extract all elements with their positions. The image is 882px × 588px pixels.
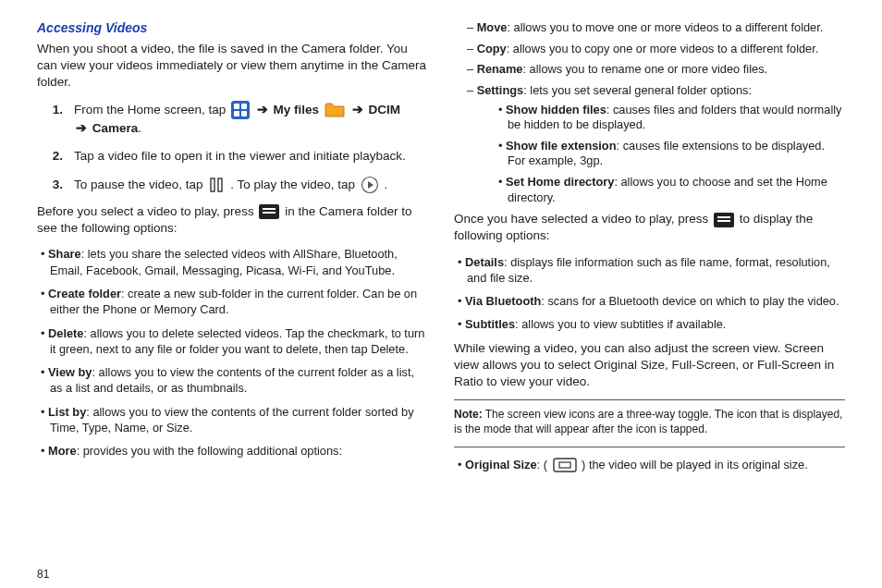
subopt-settings: Settings: lets you set several general f…: [463, 83, 845, 205]
options-list-right: Details: displays file information such …: [454, 254, 845, 333]
arrow-icon: ➔: [352, 103, 363, 116]
step-3: 3. To pause the video, tap . To play the…: [37, 176, 428, 194]
text: Before you select a video to play, press: [37, 204, 257, 218]
divider: [454, 447, 845, 447]
play-icon: [361, 176, 379, 194]
step-text: To pause the video, tap: [74, 178, 206, 191]
options-list-left: Share: lets you share the selected video…: [37, 246, 428, 459]
step-number: 2.: [37, 147, 74, 165]
more-suboptions: Move: allows you to move one or more vid…: [454, 20, 845, 205]
option-view-by: View by: allows you to view the contents…: [37, 364, 428, 397]
svg-rect-13: [717, 220, 730, 222]
option-via-bluetooth: Via Bluetooth: scans for a Bluetooth dev…: [454, 293, 845, 309]
arrow-icon: ➔: [257, 103, 268, 116]
note-text: The screen view icons are a three-way to…: [454, 408, 842, 435]
page-number: 81: [37, 568, 49, 581]
dcim-label: DCIM: [368, 103, 400, 116]
divider: [454, 399, 845, 400]
setopt-home: Set Home directory: allows you to choose…: [498, 175, 845, 205]
option-list-by: List by: allows you to view the contents…: [37, 404, 428, 436]
option-delete: Delete: allows you to delete selected vi…: [37, 325, 428, 358]
settings-suboptions: Show hidden files: causes files and fold…: [476, 103, 845, 206]
step-text: . To play the video, tap: [230, 178, 359, 191]
screen-size-list: Original Size: ( ) the video will be pla…: [454, 457, 845, 473]
option-share: Share: lets you share the selected video…: [37, 246, 428, 278]
svg-rect-1: [234, 104, 239, 109]
svg-rect-5: [211, 178, 214, 191]
left-column: Accessing Videos When you shoot a video,…: [37, 20, 428, 480]
camera-label: Camera: [92, 121, 139, 135]
option-more: More: provides you with the following ad…: [37, 443, 428, 459]
svg-rect-3: [234, 111, 239, 116]
intro-paragraph: When you shoot a video, the file is save…: [37, 41, 428, 92]
screen-view-paragraph: While viewing a video, you can also adju…: [454, 340, 845, 391]
svg-rect-12: [717, 216, 730, 218]
setopt-hidden: Show hidden files: causes files and fold…: [498, 103, 845, 133]
arrow-icon: ➔: [76, 121, 87, 135]
svg-rect-10: [263, 212, 276, 214]
step-text: From the Home screen, tap: [74, 103, 229, 116]
svg-rect-2: [241, 104, 247, 109]
folder-icon: [325, 102, 345, 118]
original-size-icon: [553, 458, 577, 472]
step-2: 2. Tap a video file to open it in the vi…: [37, 147, 428, 165]
option-subtitles: Subtitles: allows you to view subtitles …: [454, 316, 845, 332]
option-details: Details: displays file information such …: [454, 254, 845, 287]
pause-icon: [208, 177, 225, 193]
option-original-size: Original Size: ( ) the video will be pla…: [454, 457, 845, 473]
menu-hardkey-icon: [259, 204, 279, 219]
option-create-folder: Create folder: create a new sub-folder i…: [37, 286, 428, 318]
step-number: 1.: [37, 101, 74, 139]
after-select-paragraph: Once you have selected a video to play, …: [454, 211, 845, 244]
text: Once you have selected a video to play, …: [454, 212, 712, 226]
document-page: Accessing Videos When you shoot a video,…: [0, 0, 882, 489]
subopt-rename: Rename: allows you to rename one or more…: [463, 62, 845, 78]
svg-rect-9: [263, 208, 276, 210]
svg-rect-0: [231, 101, 250, 119]
svg-rect-4: [241, 111, 247, 116]
apps-grid-icon: [231, 101, 250, 119]
step-number: 3.: [37, 176, 74, 194]
note: Note: The screen view icons are a three-…: [454, 408, 845, 436]
step-1: 1. From the Home screen, tap ➔ My files …: [37, 101, 428, 139]
pre-options-paragraph: Before you select a video to play, press…: [37, 203, 428, 237]
svg-rect-15: [559, 462, 570, 468]
my-files-label: My files: [274, 103, 323, 116]
note-label: Note:: [454, 408, 483, 421]
subopt-move: Move: allows you to move one or more vid…: [463, 20, 845, 36]
section-heading: Accessing Videos: [37, 20, 428, 35]
svg-rect-6: [218, 178, 222, 191]
subopt-copy: Copy: allows you to copy one or more vid…: [463, 42, 845, 57]
right-column: Move: allows you to move one or more vid…: [454, 20, 845, 480]
step-text: Tap a video file to open it in the viewe…: [74, 147, 428, 165]
steps-list: 1. From the Home screen, tap ➔ My files …: [37, 101, 428, 194]
svg-rect-14: [554, 459, 576, 472]
step-text: .: [384, 178, 387, 191]
menu-hardkey-icon: [714, 213, 734, 227]
setopt-extension: Show file extension: causes file extensi…: [498, 139, 845, 169]
